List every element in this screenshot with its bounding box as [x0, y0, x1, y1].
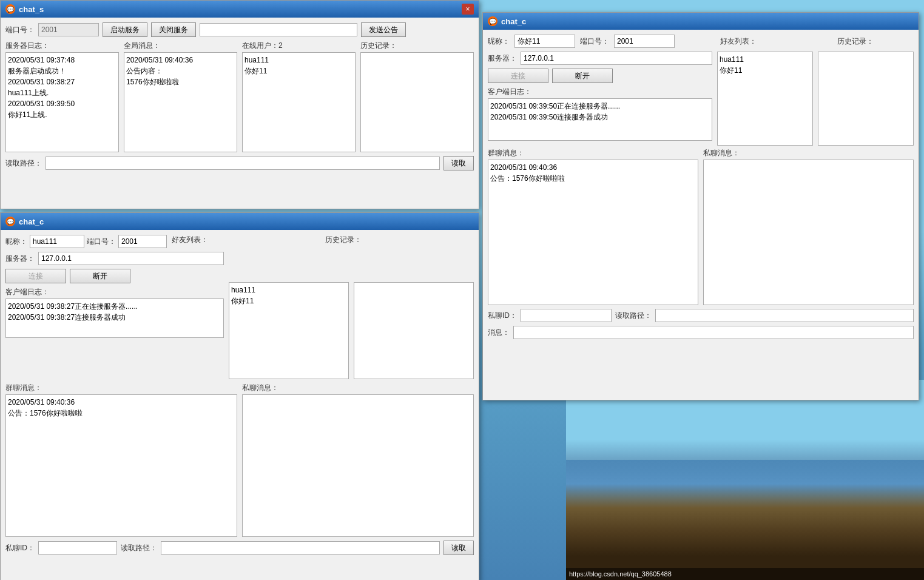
- online-users-label: 在线用户：2: [242, 41, 356, 51]
- client2-msg-label: 消息：: [488, 328, 510, 338]
- client2-private-id-input[interactable]: [521, 309, 612, 322]
- server-history-label: 历史记录：: [360, 41, 474, 51]
- client1-nickname-input[interactable]: [30, 235, 84, 248]
- client2-private-msg-panel: 私聊消息：: [703, 148, 914, 305]
- server-log-panel: 服务器日志： 2020/05/31 09:37:48 服务器启动成功！ 2020…: [5, 41, 119, 152]
- server-port-label: 端口号：: [5, 25, 35, 35]
- client1-connect-button[interactable]: 连接: [5, 269, 66, 283]
- client1-private-msg-panel: 私聊消息：: [242, 383, 474, 537]
- client1-middle-area: 服务器： 连接 断开 客户端日志： 2020/05/31 09:38:27正在连…: [5, 252, 474, 379]
- client1-private-id-label: 私聊ID：: [5, 543, 35, 553]
- server-history-panel: 历史记录：: [360, 41, 474, 152]
- server-stop-button[interactable]: 关闭服务: [151, 22, 196, 37]
- global-msg-label: 全局消息：: [124, 41, 237, 51]
- client2-top-row: 昵称： 端口号： 好友列表： 历史记录：: [488, 35, 914, 48]
- client2-port-input[interactable]: [614, 35, 675, 48]
- client2-window: 💬 chat_c 昵称： 端口号： 好友列表： 历史记录： 服务器：: [482, 12, 919, 400]
- client1-content: 昵称： 端口号： 好友列表： 历史记录： 服务器： 连接: [1, 230, 479, 564]
- server-window-title: chat_s: [19, 5, 44, 14]
- client2-msg-row: 消息：: [488, 326, 914, 339]
- client2-nickname-label: 昵称：: [488, 36, 510, 47]
- online-users-content: hua111 你好11: [242, 52, 356, 152]
- client1-left-panel: 服务器： 连接 断开 客户端日志： 2020/05/31 09:38:27正在连…: [5, 252, 224, 379]
- client1-log-label: 客户端日志：: [5, 287, 224, 297]
- client2-history-panel: [818, 52, 914, 146]
- client2-msg-input[interactable]: [513, 326, 914, 339]
- client2-group-msg-content: 2020/05/31 09:40:36 公告：1576你好啦啦啦: [488, 160, 698, 305]
- server-close-button[interactable]: ×: [462, 4, 474, 15]
- client2-server-row: 服务器：: [488, 52, 712, 65]
- client1-friends-panel: hua111 你好11: [229, 252, 349, 379]
- client2-log-content: 2020/05/31 09:39:50正在连接服务器...... 2020/05…: [488, 98, 712, 141]
- client2-nickname-input[interactable]: [514, 35, 575, 48]
- client1-nickname-label: 昵称：: [5, 237, 27, 247]
- server-log-content: 2020/05/31 09:37:48 服务器启动成功！ 2020/05/31 …: [5, 52, 119, 152]
- server-log-label: 服务器日志：: [5, 41, 119, 51]
- client2-read-input[interactable]: [655, 309, 914, 322]
- client1-read-label: 读取路径：: [121, 543, 157, 553]
- client1-private-id-input[interactable]: [38, 541, 117, 555]
- server-read-button[interactable]: 读取: [443, 156, 474, 170]
- server-announce-input[interactable]: [200, 23, 357, 36]
- server-window: 💬 chat_s × 端口号： 启动服务 关闭服务 发送公告 服务器日志： 20…: [0, 0, 479, 209]
- client2-history-label-top: 历史记录：: [837, 36, 874, 47]
- client1-top-row: 昵称： 端口号： 好友列表： 历史记录：: [5, 235, 474, 248]
- server-read-input[interactable]: [46, 157, 440, 170]
- client1-history-content: [354, 282, 474, 379]
- server-read-row: 读取路径： 读取: [5, 156, 474, 170]
- client1-history-label: 历史记录：: [325, 235, 474, 245]
- client1-read-button[interactable]: 读取: [443, 541, 474, 555]
- client2-server-label: 服务器：: [488, 53, 517, 64]
- client1-server-input[interactable]: [38, 252, 224, 265]
- client2-group-msg-panel: 群聊消息： 2020/05/31 09:40:36 公告：1576你好啦啦啦: [488, 148, 698, 305]
- client1-group-msg-content: 2020/05/31 09:40:36 公告：1576你好啦啦啦: [5, 394, 237, 537]
- server-window-content: 端口号： 启动服务 关闭服务 发送公告 服务器日志： 2020/05/31 09…: [1, 18, 479, 179]
- client1-server-label: 服务器：: [5, 254, 35, 264]
- online-users-panel: 在线用户：2 hua111 你好11: [242, 41, 356, 152]
- client2-private-row: 私聊ID： 读取路径：: [488, 309, 914, 322]
- client2-server-input[interactable]: [521, 52, 712, 65]
- client2-group-msg-label: 群聊消息：: [488, 148, 698, 158]
- client2-btn-row: 连接 断开: [488, 69, 712, 83]
- client2-msg-area: 群聊消息： 2020/05/31 09:40:36 公告：1576你好啦啦啦 私…: [488, 148, 914, 305]
- client1-log-content: 2020/05/31 09:38:27正在连接服务器...... 2020/05…: [5, 298, 224, 338]
- client2-window-title: chat_c: [501, 17, 526, 26]
- client2-history-content: [818, 52, 914, 146]
- client1-window: 💬 chat_c 昵称： 端口号： 好友列表： 历史记录： 服: [0, 212, 479, 580]
- client1-history-panel: [354, 252, 474, 379]
- client2-connect-button[interactable]: 连接: [488, 69, 548, 83]
- client1-port-input[interactable]: [118, 235, 167, 248]
- global-msg-panel: 全局消息： 2020/05/31 09:40:36 公告内容： 1576你好啦啦…: [124, 41, 237, 152]
- client1-read-input[interactable]: [161, 541, 440, 555]
- server-announce-button[interactable]: 发送公告: [361, 22, 406, 37]
- client1-btn-row: 连接 断开: [5, 269, 224, 283]
- server-top-row: 端口号： 启动服务 关闭服务 发送公告: [5, 22, 474, 37]
- client1-friends-label: 好友列表：: [172, 235, 320, 245]
- client1-window-title: chat_c: [19, 217, 44, 226]
- client1-private-msg-label: 私聊消息：: [242, 383, 474, 393]
- client2-friends-content: hua111 你好11: [717, 52, 813, 146]
- server-port-input[interactable]: [38, 23, 99, 36]
- client2-port-label: 端口号：: [580, 36, 609, 47]
- client2-disconnect-button[interactable]: 断开: [552, 69, 613, 83]
- client1-disconnect-button[interactable]: 断开: [70, 269, 130, 283]
- url-bar: https://blog.csdn.net/qq_38605488: [566, 568, 924, 580]
- client2-friends-panel: hua111 你好11: [717, 52, 813, 146]
- client2-content: 昵称： 端口号： 好友列表： 历史记录： 服务器： 连接 断开 客户端: [483, 30, 919, 348]
- client2-titlebar: 💬 chat_c: [483, 13, 919, 30]
- client1-port-label: 端口号：: [87, 237, 116, 247]
- server-start-button[interactable]: 启动服务: [103, 22, 147, 37]
- beach-image: [566, 380, 924, 580]
- client2-private-msg-content: [703, 160, 914, 305]
- client1-group-msg-panel: 群聊消息： 2020/05/31 09:40:36 公告：1576你好啦啦啦: [5, 383, 237, 537]
- client2-friends-label-top: 好友列表：: [720, 36, 757, 47]
- client2-private-msg-label: 私聊消息：: [703, 148, 914, 158]
- client1-bottom-row: 私聊ID： 读取路径： 读取: [5, 541, 474, 555]
- client1-window-icon: 💬: [5, 217, 15, 226]
- server-titlebar: 💬 chat_s ×: [1, 1, 479, 18]
- client2-log-label: 客户端日志：: [488, 87, 712, 97]
- client1-msg-area: 群聊消息： 2020/05/31 09:40:36 公告：1576你好啦啦啦 私…: [5, 383, 474, 537]
- client2-read-label: 读取路径：: [615, 311, 652, 321]
- client2-private-id-label: 私聊ID：: [488, 311, 517, 321]
- server-window-icon: 💬: [5, 4, 15, 14]
